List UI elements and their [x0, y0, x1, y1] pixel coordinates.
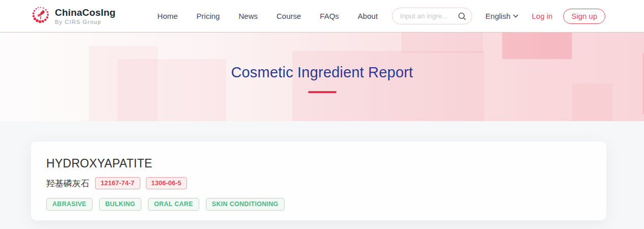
ingredient-name: HYDROXYAPATITE	[46, 157, 591, 170]
cas-number-badge[interactable]: 12167-74-7	[95, 177, 140, 189]
login-link[interactable]: Log in	[532, 12, 553, 20]
ingredient-card: HYDROXYAPATITE 羟基磷灰石 12167-74-7 1306-06-…	[31, 141, 606, 220]
language-label: English	[485, 12, 510, 20]
logo-title: ChinaCosIng	[55, 7, 115, 18]
header: ChinaCosIng By CIRS Group Home Pricing N…	[0, 0, 644, 33]
function-tags-row: ABRASIVE BULKING ORAL CARE SKIN CONDITIO…	[46, 198, 591, 211]
nav-item-news[interactable]: News	[238, 12, 258, 20]
page-title: Cosmetic Ingredient Report	[231, 64, 413, 81]
chinacosing-logo-icon	[30, 5, 51, 27]
search-input[interactable]	[400, 12, 457, 20]
function-tag-bulking[interactable]: BULKING	[99, 198, 141, 211]
ingredient-chinese-name: 羟基磷灰石	[46, 178, 89, 189]
signup-button[interactable]: Sign up	[563, 9, 605, 24]
nav-item-home[interactable]: Home	[158, 12, 178, 20]
logo-subtitle: By CIRS Group	[55, 19, 115, 25]
cas-number-badge[interactable]: 1306-06-5	[146, 177, 187, 189]
logo-text: ChinaCosIng By CIRS Group	[55, 7, 115, 25]
main-content: HYDROXYAPATITE 羟基磷灰石 12167-74-7 1306-06-…	[0, 121, 644, 229]
chevron-down-icon	[513, 14, 518, 18]
logo[interactable]: ChinaCosIng By CIRS Group	[30, 5, 115, 27]
title-underline	[308, 91, 336, 93]
nav-item-pricing[interactable]: Pricing	[197, 12, 220, 20]
hero-banner: Cosmetic Ingredient Report	[0, 33, 644, 121]
search-icon[interactable]	[457, 12, 467, 21]
nav-item-course[interactable]: Course	[277, 12, 301, 20]
nav-item-faqs[interactable]: FAQs	[320, 12, 339, 20]
function-tag-oral-care[interactable]: ORAL CARE	[148, 198, 199, 211]
function-tag-abrasive[interactable]: ABRASIVE	[46, 198, 93, 211]
cas-row: 羟基磷灰石 12167-74-7 1306-06-5	[46, 177, 591, 189]
function-tag-skin-conditioning[interactable]: SKIN CONDITIONING	[206, 198, 285, 211]
ingredient-search[interactable]	[392, 8, 472, 24]
nav-item-about[interactable]: About	[358, 12, 378, 20]
main-nav: Home Pricing News Course FAQs About	[158, 12, 378, 20]
language-selector[interactable]: English	[485, 12, 518, 20]
